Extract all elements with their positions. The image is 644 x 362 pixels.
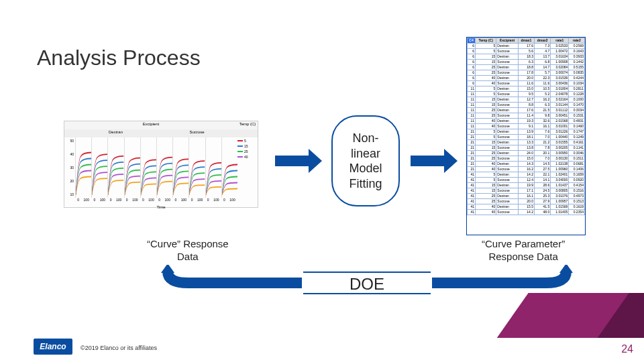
facet-label-excipient: Excipient <box>64 121 237 129</box>
caption-curve-response: “Curve” ResponseData <box>147 238 229 263</box>
parameter-table: C4Temp (C)Excipientdmax1dmax2rate1rate26… <box>466 37 586 235</box>
page-number: 24 <box>621 343 633 355</box>
arrow-doe-to-left <box>134 265 302 298</box>
nonlinear-model-fitting-box: Non-linearModelFitting <box>331 115 400 206</box>
svg-rect-2 <box>411 156 444 166</box>
facet-sub-left: Dextran <box>75 129 156 137</box>
svg-rect-0 <box>275 156 309 166</box>
page-title: Analysis Process <box>37 46 201 70</box>
curve-graph-panel: Excipient Temp (C) Dextran Sucrose 50403… <box>64 121 258 208</box>
doe-box: DOE <box>303 272 431 294</box>
arrow-graph-to-model <box>275 149 322 173</box>
y-axis: 5040302010 <box>64 137 75 198</box>
copyright: ©2019 Elanco or its affiliates <box>80 345 157 351</box>
svg-marker-4 <box>161 265 174 273</box>
facet-sub-right: Sucrose <box>156 129 237 137</box>
svg-marker-1 <box>309 149 322 173</box>
logo: Elanco <box>34 339 72 355</box>
caption-curve-parameter: “Curve Parameter”Response Data <box>482 238 565 263</box>
arrow-model-to-table <box>411 149 458 173</box>
legend: 5152540 <box>237 137 258 198</box>
plot-area <box>75 137 237 198</box>
svg-marker-5 <box>559 265 573 273</box>
x-axis-label: Time <box>64 205 258 209</box>
svg-marker-3 <box>444 149 458 173</box>
x-ticks: 0100010001000100010001000100010001000100 <box>75 198 237 204</box>
facet-label-temp: Temp (C) <box>237 121 258 129</box>
